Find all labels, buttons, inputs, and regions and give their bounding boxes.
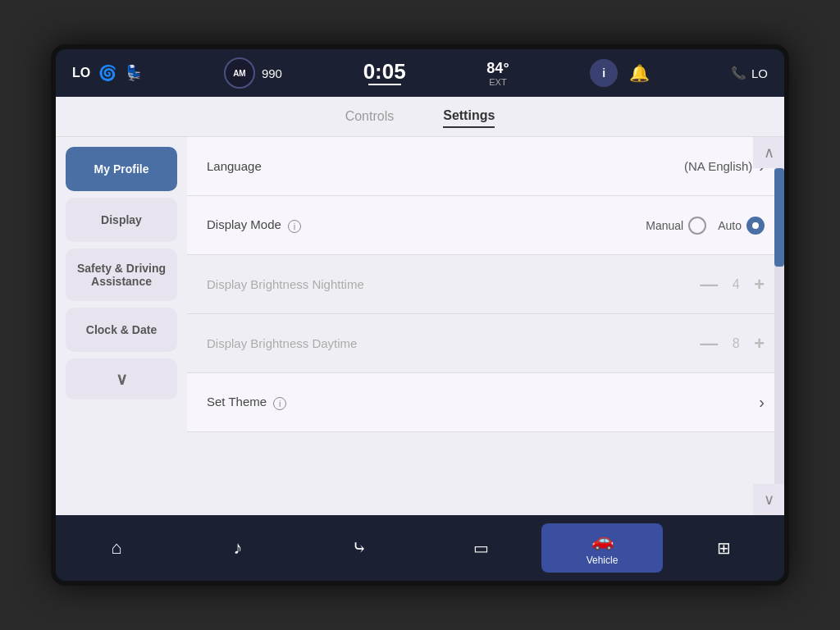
time-display: 0:05 [363,61,406,82]
brightness-daytime-label: Display Brightness Daytime [207,336,700,350]
nav-vehicle[interactable]: 🚗 Vehicle [541,523,663,573]
navigation-icon: ⤷ [352,537,367,559]
brightness-daytime-decrease[interactable]: — [700,335,718,353]
vehicle-icon: 🚗 [591,530,614,551]
phone-icon: 📞 [731,66,746,80]
set-theme-info-icon[interactable]: i [273,397,286,410]
time-underline [368,84,401,85]
bottom-nav: ⌂ ♪ ⤷ ▭ 🚗 Vehicle ⊞ [56,515,784,581]
am-radio[interactable]: AM 990 [224,57,282,89]
am-badge: AM [224,57,255,89]
brightness-nighttime-value: 4 [728,277,744,292]
nav-music[interactable]: ♪ [177,531,299,565]
fan-icon: 🌀 [98,64,116,82]
status-icons: i 🔔 [590,59,650,87]
exterior-temp: 84° EXT [486,60,509,87]
scroll-down-button[interactable]: ∨ [753,484,784,515]
bell-icon[interactable]: 🔔 [629,63,650,83]
display-mode-label: Display Mode i [207,217,646,232]
status-right: 📞 LO [731,66,768,80]
seat-heat-icon: 💺 [125,64,143,82]
nav-home[interactable]: ⌂ [56,531,177,565]
set-theme-chevron: › [759,393,765,412]
scrollbar-thumb[interactable] [774,168,784,267]
apps-icon: ⊞ [717,538,731,558]
setting-row-brightness-daytime: Display Brightness Daytime — 8 + [187,314,784,373]
sidebar-item-safety-driving[interactable]: Safety & Driving Assistance [66,249,177,301]
settings-list: Language (NA English) › Display Mode i M… [187,137,784,515]
brightness-daytime-value: 8 [728,336,744,351]
setting-row-brightness-nighttime: Display Brightness Nighttime — 4 + [187,255,784,314]
radio-auto-circle[interactable] [746,217,765,235]
settings-panel: Language (NA English) › Display Mode i M… [187,137,784,515]
nav-navigation[interactable]: ⤷ [299,531,420,565]
sidebar-item-clock-date[interactable]: Clock & Date [66,308,177,352]
radio-manual[interactable]: Manual [646,217,706,235]
brightness-nighttime-label: Display Brightness Nighttime [207,277,700,291]
nav-apps[interactable]: ⊞ [663,532,784,564]
content-area: My Profile Display Safety & Driving Assi… [56,137,784,515]
left-temp-label: LO [72,66,90,80]
sidebar-item-display[interactable]: Display [66,198,177,242]
scroll-up-button[interactable]: ∧ [753,137,784,168]
sidebar-item-my-profile[interactable]: My Profile [66,147,177,191]
tab-bar: Controls Settings [56,97,784,137]
language-value: (NA English) [684,159,752,173]
brightness-nighttime-stepper: — 4 + [700,276,765,294]
info-icon[interactable]: i [590,59,618,87]
screen-frame: LO 🌀 💺 AM 990 0:05 84° EXT i 🔔 📞 LO [51,44,789,586]
brightness-daytime-stepper: — 8 + [700,335,765,353]
radio-manual-circle[interactable] [688,217,706,235]
tab-settings[interactable]: Settings [443,108,495,128]
language-label: Language [207,159,684,173]
right-temp-label: LO [751,66,768,80]
temp-unit: EXT [486,77,509,87]
am-frequency: 990 [262,66,282,80]
scrollbar-track: ∧ ∨ [774,137,784,515]
brightness-nighttime-decrease[interactable]: — [700,276,718,294]
nav-phone-screen[interactable]: ▭ [420,532,541,564]
music-icon: ♪ [234,537,243,559]
display-mode-radio-group: Manual Auto [646,217,765,235]
radio-manual-label: Manual [646,219,683,232]
main-content: Controls Settings My Profile Display Saf… [56,97,784,515]
brightness-nighttime-increase[interactable]: + [754,276,765,294]
clock-display: 0:05 [363,61,406,85]
phone-screen-icon: ▭ [473,538,489,558]
sidebar: My Profile Display Safety & Driving Assi… [56,137,187,515]
display-mode-info-icon[interactable]: i [288,220,301,233]
sidebar-scroll-down[interactable]: ∨ [66,358,177,399]
setting-row-language[interactable]: Language (NA English) › [187,137,784,196]
temp-value: 84° [486,60,509,77]
setting-row-set-theme[interactable]: Set Theme i › [187,373,784,432]
set-theme-label: Set Theme i [207,395,759,409]
brightness-daytime-increase[interactable]: + [754,335,765,353]
tab-controls[interactable]: Controls [345,109,395,127]
radio-auto[interactable]: Auto [718,217,765,235]
home-icon: ⌂ [111,537,121,559]
radio-auto-label: Auto [718,219,742,232]
nav-vehicle-label: Vehicle [587,555,619,566]
status-left: LO 🌀 💺 [72,64,143,82]
setting-row-display-mode: Display Mode i Manual Auto [187,196,784,255]
status-bar: LO 🌀 💺 AM 990 0:05 84° EXT i 🔔 📞 LO [56,49,784,97]
